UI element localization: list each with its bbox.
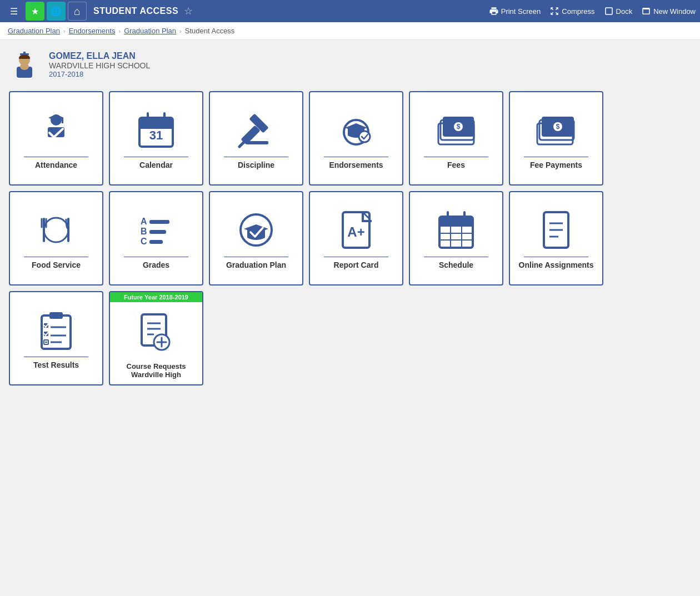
fee-payments-icon: $ [534, 108, 578, 152]
course-requests-label: Course Requests Wardville High [127, 362, 186, 379]
student-avatar [9, 49, 40, 80]
topbar: ☰ ★ 🌐 ⌂ STUDENT ACCESS ☆ Print Screen Co… [0, 0, 700, 22]
svg-rect-37 [149, 230, 166, 234]
svg-text:B: B [141, 227, 147, 236]
food-service-divider [24, 257, 89, 257]
star-icon[interactable]: ☆ [184, 5, 193, 17]
svg-point-29 [44, 218, 68, 242]
schedule-icon [434, 208, 478, 252]
student-year: 2017-2018 [49, 70, 150, 78]
student-info: GOMEZ, ELLA JEAN WARDVILLE HIGH SCHOOL 2… [49, 51, 150, 78]
fee-payments-divider [524, 157, 589, 157]
online-assignments-icon [534, 208, 578, 252]
tile-test-results[interactable]: Test Results [9, 291, 103, 385]
tiles-row-3: Test Results Future Year 2018-2019 Cours… [9, 291, 691, 385]
print-screen-button[interactable]: Print Screen [489, 6, 541, 16]
dock-button[interactable]: Dock [604, 6, 633, 16]
breadcrumb-item-3[interactable]: Graduation Plan [124, 27, 176, 35]
tile-graduation-plan[interactable]: Graduation Plan [209, 191, 303, 286]
graduation-plan-label: Graduation Plan [226, 261, 286, 269]
svg-point-2 [20, 63, 29, 70]
tile-calendar[interactable]: 31 Calendar [109, 91, 203, 186]
calendar-icon: 31 [134, 108, 178, 152]
tile-discipline[interactable]: Discipline [209, 91, 303, 186]
svg-rect-35 [149, 220, 169, 224]
tiles-row-1: Attendance 31 Calendar [9, 91, 691, 186]
endorsements-divider [324, 157, 389, 157]
main-content: GOMEZ, ELLA JEAN WARDVILLE HIGH SCHOOL 2… [0, 40, 700, 400]
svg-rect-56 [49, 312, 63, 319]
tile-report-card[interactable]: A+ Report Card [309, 191, 403, 286]
course-requests-icon [134, 310, 178, 354]
test-results-divider [24, 357, 89, 357]
svg-rect-4 [23, 52, 26, 54]
fees-divider [424, 157, 489, 157]
compress-button[interactable]: Compress [549, 6, 594, 16]
sep-3: › [179, 28, 182, 34]
tile-attendance[interactable]: Attendance [9, 91, 103, 186]
report-card-divider [324, 257, 389, 257]
tile-endorsements[interactable]: Endorsements [309, 91, 403, 186]
tile-food-service[interactable]: Food Service [9, 191, 103, 286]
calendar-divider [124, 157, 189, 157]
menu-button[interactable]: ☰ [4, 2, 23, 21]
sep-1: › [63, 28, 66, 34]
endorsements-icon [334, 108, 378, 152]
svg-rect-7 [62, 118, 63, 123]
app-title: STUDENT ACCESS [93, 6, 178, 16]
svg-rect-9 [139, 118, 173, 129]
tile-grades[interactable]: A B C Grades [109, 191, 203, 286]
online-assignments-divider [524, 257, 589, 257]
new-window-button[interactable]: New Window [641, 6, 696, 16]
discipline-label: Discipline [238, 161, 274, 169]
svg-text:$: $ [457, 123, 461, 131]
breadcrumb-current: Student Access [185, 27, 235, 35]
svg-text:31: 31 [149, 128, 163, 142]
grades-label: Grades [143, 261, 169, 269]
breadcrumb-item-1[interactable]: Graduation Plan [8, 27, 60, 35]
grades-divider [124, 257, 189, 257]
globe-button[interactable]: 🌐 [47, 2, 66, 21]
test-results-icon [34, 308, 78, 352]
topbar-right: Print Screen Compress Dock New Window [489, 6, 696, 16]
student-school: WARDVILLE HIGH SCHOOL [49, 61, 150, 70]
favorites-button[interactable]: ★ [26, 2, 44, 21]
attendance-icon [34, 108, 78, 152]
svg-point-18 [359, 131, 370, 142]
svg-rect-39 [149, 240, 163, 244]
discipline-divider [224, 157, 289, 157]
grades-icon: A B C [134, 208, 178, 252]
student-header: GOMEZ, ELLA JEAN WARDVILLE HIGH SCHOOL 2… [9, 49, 691, 80]
graduation-plan-divider [224, 257, 289, 257]
report-card-icon: A+ [334, 208, 378, 252]
svg-text:C: C [141, 237, 147, 246]
attendance-divider [24, 157, 89, 157]
student-name: GOMEZ, ELLA JEAN [49, 51, 150, 61]
tile-schedule[interactable]: Schedule [409, 191, 503, 286]
home-button[interactable]: ⌂ [68, 2, 87, 21]
tile-fees[interactable]: $ Fees [409, 91, 503, 186]
svg-rect-44 [439, 217, 473, 227]
tile-online-assignments[interactable]: Online Assignments [509, 191, 603, 286]
svg-rect-16 [246, 141, 268, 144]
tile-course-requests[interactable]: Future Year 2018-2019 Course Requests Wa… [109, 291, 203, 385]
breadcrumb-item-2[interactable]: Endorsements [69, 27, 116, 35]
fee-payments-label: Fee Payments [530, 161, 582, 169]
discipline-icon [234, 108, 278, 152]
topbar-left: ☰ ★ 🌐 ⌂ STUDENT ACCESS ☆ [4, 2, 193, 21]
fees-label: Fees [447, 161, 465, 169]
food-service-icon [34, 208, 78, 252]
future-badge: Future Year 2018-2019 [110, 292, 202, 302]
print-label: Print Screen [501, 7, 541, 16]
svg-text:$: $ [556, 123, 560, 131]
new-window-label: New Window [653, 7, 696, 16]
schedule-label: Schedule [439, 261, 473, 269]
svg-text:A: A [141, 217, 147, 226]
fees-icon: $ [434, 108, 478, 152]
graduation-plan-icon [234, 208, 278, 252]
tiles-row-2: Food Service A B C Grades [9, 191, 691, 286]
test-results-label: Test Results [33, 360, 79, 369]
report-card-label: Report Card [334, 261, 379, 269]
online-assignments-label: Online Assignments [519, 261, 594, 269]
tile-fee-payments[interactable]: $ Fee Payments [509, 91, 603, 186]
